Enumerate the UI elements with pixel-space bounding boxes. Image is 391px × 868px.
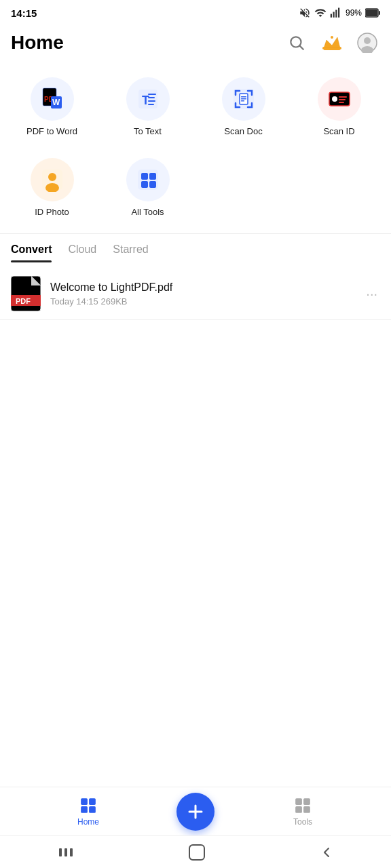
back-button[interactable] [320, 846, 333, 859]
svg-rect-37 [339, 99, 346, 100]
file-pdf-icon: PDF [11, 276, 41, 311]
signal-icon [330, 7, 342, 19]
svg-text:PDF: PDF [16, 297, 31, 305]
svg-rect-3 [338, 8, 339, 18]
svg-rect-1 [333, 12, 334, 18]
tool-scan-doc[interactable]: Scan Doc [197, 69, 290, 144]
profile-icon [357, 33, 377, 53]
svg-text:T: T [142, 94, 149, 107]
tools-row2: ID Photo All Tools [0, 147, 391, 233]
tool-to-text[interactable]: T To Text [101, 69, 194, 144]
svg-rect-59 [295, 798, 302, 805]
tool-empty-1 [197, 150, 290, 225]
svg-rect-31 [241, 98, 246, 100]
tool-pdf-to-word-icon-bg: PDF W [31, 77, 74, 121]
all-tools-icon [136, 167, 160, 192]
home-button[interactable] [189, 844, 205, 861]
svg-rect-60 [295, 806, 302, 813]
svg-rect-64 [64, 848, 67, 856]
tab-cloud[interactable]: Cloud [68, 234, 96, 262]
home-nav-icon [79, 797, 97, 814]
tool-all-tools-icon-bg [126, 158, 170, 201]
svg-point-35 [332, 96, 337, 102]
back-icon [320, 846, 333, 859]
svg-point-12 [331, 36, 333, 39]
svg-rect-24 [148, 94, 156, 95]
add-button[interactable] [176, 793, 215, 831]
svg-rect-44 [149, 173, 156, 180]
tool-pdf-to-word[interactable]: PDF W PDF to Word [5, 69, 98, 144]
tool-all-tools-label: All Tools [131, 207, 164, 217]
status-time: 14:15 [11, 7, 37, 19]
tool-scan-doc-icon-bg [222, 77, 265, 121]
tool-id-photo-icon-bg [31, 158, 74, 201]
tool-scan-id[interactable]: Scan ID [293, 69, 386, 144]
plus-icon [186, 802, 205, 821]
svg-text:W: W [52, 98, 60, 107]
search-icon [288, 34, 305, 52]
recent-apps-button[interactable] [58, 846, 74, 859]
tool-scan-doc-label: Scan Doc [224, 126, 262, 136]
crown-icon [321, 32, 343, 54]
svg-rect-54 [81, 806, 88, 813]
svg-rect-30 [241, 96, 246, 98]
svg-rect-53 [81, 798, 88, 805]
page-title: Home [11, 32, 64, 54]
tool-all-tools[interactable]: All Tools [101, 150, 194, 225]
status-icons: 99% [299, 7, 380, 19]
scan-doc-icon [231, 87, 256, 111]
home-circle-icon [189, 844, 205, 861]
svg-rect-27 [148, 104, 154, 105]
svg-rect-0 [331, 14, 332, 18]
status-bar: 14:15 99% [0, 0, 391, 24]
tab-convert[interactable]: Convert [11, 234, 52, 262]
nav-add[interactable] [176, 793, 215, 831]
nav-tools[interactable]: Tools [215, 797, 391, 827]
table-row[interactable]: PDF Welcome to LightPDF.pdf Today 14:15 … [0, 268, 391, 320]
svg-rect-38 [339, 102, 344, 103]
to-text-icon: T [136, 87, 160, 111]
svg-rect-56 [89, 806, 96, 813]
svg-rect-26 [148, 100, 155, 102]
tab-starred[interactable]: Starred [113, 234, 148, 262]
svg-rect-5 [366, 9, 377, 16]
svg-rect-43 [141, 173, 148, 180]
pro-button[interactable] [319, 30, 345, 56]
bottom-nav: Home Tools [0, 787, 391, 835]
svg-rect-25 [148, 97, 155, 98]
tools-row1: PDF W PDF to Word T To Text [0, 64, 391, 147]
tool-pdf-to-word-label: PDF to Word [26, 126, 77, 136]
file-name: Welcome to LightPDF.pdf [50, 281, 354, 294]
id-photo-icon [40, 167, 64, 192]
svg-point-40 [48, 173, 56, 181]
svg-rect-62 [303, 806, 310, 813]
tool-id-photo-label: ID Photo [35, 207, 69, 217]
svg-rect-6 [379, 11, 380, 15]
svg-line-8 [300, 46, 303, 50]
battery-icon [365, 8, 380, 18]
svg-rect-45 [141, 181, 148, 188]
file-more-button[interactable]: ··· [363, 283, 380, 304]
file-meta: Today 14:15 269KB [50, 296, 354, 307]
scan-id-icon [327, 87, 352, 111]
file-list: PDF Welcome to LightPDF.pdf Today 14:15 … [0, 262, 391, 326]
tool-id-photo[interactable]: ID Photo [5, 150, 98, 225]
nav-home[interactable]: Home [0, 797, 176, 827]
header: Home [0, 24, 391, 64]
svg-rect-46 [149, 181, 156, 188]
svg-rect-36 [339, 96, 347, 98]
nav-home-label: Home [77, 817, 99, 827]
wifi-icon [314, 7, 327, 19]
file-info: Welcome to LightPDF.pdf Today 14:15 269K… [50, 281, 354, 307]
svg-rect-61 [303, 798, 310, 805]
tool-scan-id-icon-bg [318, 77, 361, 121]
battery-text: 99% [346, 8, 362, 18]
svg-rect-55 [89, 798, 96, 805]
svg-rect-32 [241, 100, 244, 102]
header-icons [284, 30, 380, 56]
recent-apps-icon [58, 846, 74, 859]
profile-button[interactable] [354, 30, 380, 56]
svg-marker-9 [324, 37, 340, 48]
search-button[interactable] [284, 30, 310, 56]
nav-tools-label: Tools [293, 817, 312, 827]
